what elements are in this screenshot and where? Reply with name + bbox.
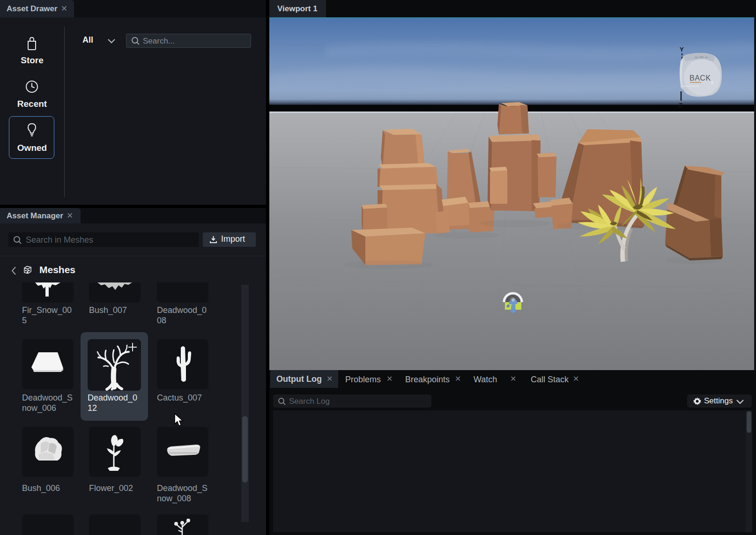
svg-text:BACK: BACK [689,74,711,82]
svg-text:Y: Y [680,46,684,53]
svg-text:x: x [711,80,713,85]
svg-text:Z: Z [679,102,682,109]
